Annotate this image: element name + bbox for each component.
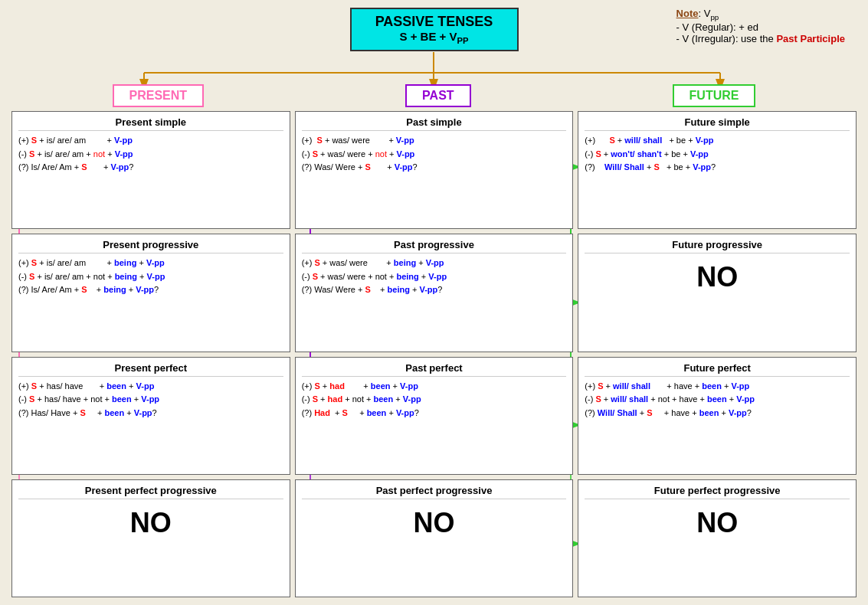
ps-line2: (-) S + is/ are/ am + not + V-pp — [18, 148, 283, 162]
present-progressive-title: Present progressive — [18, 239, 283, 253]
fp-line3: (?) Will/ Shall + S + have + been + V-pp… — [585, 407, 850, 420]
present-simple-content: (+) S + is/ are/ am + V-pp (-) S + is/ a… — [18, 134, 283, 175]
pasts-line3: (?) Was/ Were + S + V-pp? — [302, 161, 567, 175]
title-formula: S + BE + VPP — [367, 30, 502, 45]
title-main: PASSIVE TENSES — [367, 14, 502, 30]
future-progressive-no: NO — [585, 261, 850, 293]
pastp-line2: (-) S + had + not + been + V-pp — [302, 393, 567, 407]
present-perfect-content: (+) S + has/ have + been + V-pp (-) S + … — [18, 380, 283, 420]
prp-line1: (+) S + has/ have + been + V-pp — [18, 380, 283, 394]
pp-line1: (+) S + is/ are/ am + being + V-pp — [18, 257, 283, 270]
cell-present-perfect: Present perfect (+) S + has/ have + been… — [11, 357, 290, 475]
cell-present-simple: Present simple (+) S + is/ are/ am + V-p… — [11, 111, 290, 229]
title-box: PASSIVE TENSES S + BE + VPP — [350, 8, 519, 51]
past-perfect-progressive-no: NO — [302, 507, 567, 539]
future-simple-title: Future simple — [585, 116, 850, 131]
header-future: FUTURE — [673, 84, 756, 107]
future-simple-content: (+) S + will/ shall + be + V-pp (-) S + … — [585, 134, 850, 175]
pasts-line1: (+) S + was/ were + V-pp — [302, 134, 567, 148]
cell-present-progressive: Present progressive (+) S + is/ are/ am … — [11, 234, 290, 352]
note-section: Note: Vpp - V (Regular): + ed - V (Irreg… — [676, 8, 845, 44]
pastpp-line2: (-) S + was/ were + not + being + V-pp — [302, 270, 567, 284]
note-line2: - V (Irregular): use the Past Participle — [676, 33, 845, 44]
fs-line1: (+) S + will/ shall + be + V-pp — [585, 134, 850, 148]
note-line0: Note: Vpp — [676, 8, 845, 21]
pastpp-line3: (?) Was/ Were + S + being + V-pp? — [302, 283, 567, 297]
past-simple-content: (+) S + was/ were + V-pp (-) S + was/ we… — [302, 134, 567, 175]
cell-future-perfect: Future perfect (+) S + will/ shall + hav… — [578, 357, 857, 475]
past-perfect-title: Past perfect — [302, 362, 567, 377]
pastpp-line1: (+) S + was/ were + being + V-pp — [302, 257, 567, 270]
note-label: Note — [676, 8, 699, 19]
present-simple-title: Present simple — [18, 116, 283, 131]
header-past: PAST — [405, 84, 470, 107]
past-perfect-progressive-title: Past perfect progressive — [302, 485, 567, 499]
ps-line1: (+) S + is/ are/ am + V-pp — [18, 134, 283, 148]
pp-line3: (?) Is/ Are/ Am + S + being + V-pp? — [18, 283, 283, 297]
prp-line2: (-) S + has/ have + not + been + V-pp — [18, 393, 283, 407]
cell-past-simple: Past simple (+) S + was/ were + V-pp (-)… — [295, 111, 574, 229]
present-perfect-title: Present perfect — [18, 362, 283, 377]
future-perfect-content: (+) S + will/ shall + have + been + V-pp… — [585, 380, 850, 420]
header-row: PRESENT PAST FUTURE — [11, 84, 857, 107]
past-perfect-content: (+) S + had + been + V-pp (-) S + had + … — [302, 380, 567, 420]
fs-line2: (-) S + won't/ shan't + be + V-pp — [585, 148, 850, 162]
fp-line2: (-) S + will/ shall + not + have + been … — [585, 393, 850, 407]
pastp-line3: (?) Had + S + been + V-pp? — [302, 407, 567, 420]
future-progressive-title: Future progressive — [585, 239, 850, 253]
cell-future-progressive: Future progressive NO — [578, 234, 857, 352]
present-progressive-content: (+) S + is/ are/ am + being + V-pp (-) S… — [18, 257, 283, 297]
present-perfect-progressive-title: Present perfect progressive — [18, 485, 283, 499]
ps-line3: (?) Is/ Are/ Am + S + V-pp? — [18, 161, 283, 175]
prp-line3: (?) Has/ Have + S + been + V-pp? — [18, 407, 283, 420]
fs-line3: (?) Will/ Shall + S + be + V-pp? — [585, 161, 850, 175]
header-present: PRESENT — [113, 84, 205, 107]
past-progressive-content: (+) S + was/ were + being + V-pp (-) S +… — [302, 257, 567, 297]
cell-future-perfect-progressive: Future perfect progressive NO — [578, 479, 857, 597]
cell-past-perfect-progressive: Past perfect progressive NO — [295, 479, 574, 597]
past-progressive-title: Past progressive — [302, 239, 567, 253]
cell-past-perfect: Past perfect (+) S + had + been + V-pp (… — [295, 357, 574, 475]
pp-line2: (-) S + is/ are/ am + not + being + V-pp — [18, 270, 283, 284]
future-perfect-progressive-no: NO — [585, 507, 850, 539]
cell-past-progressive: Past progressive (+) S + was/ were + bei… — [295, 234, 574, 352]
fp-line1: (+) S + will/ shall + have + been + V-pp — [585, 380, 850, 394]
main-grid: Present simple (+) S + is/ are/ am + V-p… — [11, 111, 857, 597]
past-simple-title: Past simple — [302, 116, 567, 131]
cell-future-simple: Future simple (+) S + will/ shall + be +… — [578, 111, 857, 229]
pasts-line2: (-) S + was/ were + not + V-pp — [302, 148, 567, 162]
pastp-line1: (+) S + had + been + V-pp — [302, 380, 567, 394]
page: PASSIVE TENSES S + BE + VPP Note: Vpp - … — [0, 0, 868, 605]
future-perfect-title: Future perfect — [585, 362, 850, 377]
cell-present-perfect-progressive: Present perfect progressive NO — [11, 479, 290, 597]
future-perfect-progressive-title: Future perfect progressive — [585, 485, 850, 499]
present-perfect-progressive-no: NO — [18, 507, 283, 539]
note-line1: - V (Regular): + ed — [676, 21, 845, 33]
